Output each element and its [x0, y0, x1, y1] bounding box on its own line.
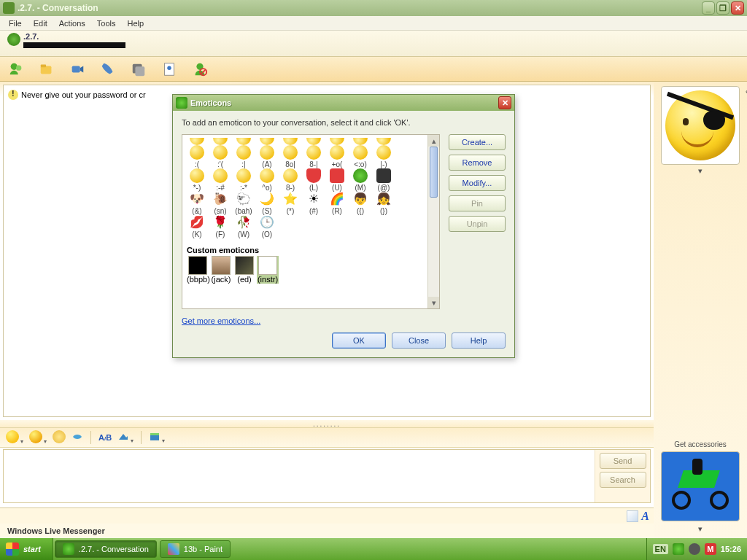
- games-button[interactable]: [159, 59, 179, 79]
- dialog-ok-button[interactable]: OK: [332, 332, 386, 349]
- custom-emoticon-item[interactable]: (bbpb): [187, 256, 209, 284]
- my-picture-menu[interactable]: ▾: [657, 523, 744, 535]
- remove-emoticon-button[interactable]: Remove: [449, 155, 506, 171]
- dialog-title-bar[interactable]: Emoticons ✕: [173, 95, 514, 111]
- emoticon-item[interactable]: +o(: [325, 145, 349, 168]
- emoticon-item[interactable]: 👦({): [349, 192, 372, 215]
- emoticon-item[interactable]: [302, 138, 325, 145]
- minimize-button[interactable]: _: [702, 1, 715, 15]
- emoticon-item[interactable]: :(: [185, 145, 209, 168]
- emoticon-item[interactable]: [325, 138, 349, 145]
- splitter-handle[interactable]: ........: [0, 420, 654, 427]
- search-button[interactable]: Search: [600, 472, 646, 488]
- emoticon-item[interactable]: 💋(K): [185, 215, 209, 238]
- emoticon-item[interactable]: 🕒(O): [255, 215, 279, 238]
- menu-tools[interactable]: Tools: [91, 18, 122, 29]
- emoticon-item[interactable]: (A): [255, 145, 279, 168]
- emoticon-item[interactable]: 🌈(R): [325, 192, 349, 215]
- emoticon-item[interactable]: *-): [185, 168, 209, 192]
- taskbar-item-conversation[interactable]: .2.7. - Conversation: [55, 540, 157, 558]
- emoticon-item[interactable]: [372, 138, 395, 145]
- invite-button[interactable]: [6, 59, 26, 79]
- get-more-emoticons-link[interactable]: Get more emoticons...: [182, 316, 260, 325]
- emoticon-picker-button[interactable]: ▾: [6, 430, 23, 445]
- voice-clip-button[interactable]: [53, 430, 66, 445]
- emoticon-item[interactable]: <:o): [349, 145, 372, 168]
- emoticon-item[interactable]: 👧(}): [372, 192, 395, 215]
- scroll-thumb[interactable]: [430, 147, 438, 198]
- scroll-up-button[interactable]: ▴: [428, 135, 439, 147]
- custom-emoticon-item[interactable]: (instr): [257, 256, 279, 284]
- emoticon-item[interactable]: :-#: [209, 168, 232, 192]
- tray-volume-icon[interactable]: [689, 543, 700, 555]
- emoticon-item[interactable]: (@): [372, 168, 395, 192]
- emoticon-item[interactable]: ☀(#): [302, 192, 325, 215]
- emoticon-item[interactable]: 8-): [279, 168, 302, 192]
- background-button[interactable]: ▾: [117, 431, 133, 444]
- custom-emoticon-item[interactable]: (jack): [210, 256, 232, 284]
- emoticon-item[interactable]: 8-|: [302, 145, 325, 168]
- block-button[interactable]: [190, 59, 210, 79]
- send-file-button[interactable]: [36, 59, 57, 79]
- taskbar-item-paint[interactable]: 13b - Paint: [160, 540, 231, 558]
- display-picture-menu[interactable]: ▾: [657, 165, 744, 177]
- handwriting-tab-icon[interactable]: [627, 510, 638, 522]
- activities-button[interactable]: [128, 59, 149, 79]
- pin-emoticon-button[interactable]: Pin: [449, 195, 506, 211]
- tray-antivirus-icon[interactable]: M: [705, 543, 716, 555]
- clock[interactable]: 15:26: [721, 545, 741, 553]
- video-call-button[interactable]: [67, 59, 88, 79]
- menu-help[interactable]: Help: [121, 18, 150, 29]
- emoticon-item[interactable]: 🐑(bah): [232, 192, 255, 215]
- message-input[interactable]: [4, 450, 595, 502]
- scroll-down-button[interactable]: ▾: [428, 297, 439, 308]
- create-emoticon-button[interactable]: Create...: [449, 134, 506, 150]
- menu-file[interactable]: File: [3, 18, 28, 29]
- emoticon-item[interactable]: [209, 138, 232, 145]
- emoticon-item[interactable]: 🌙(S): [255, 192, 279, 215]
- start-button[interactable]: start: [0, 538, 53, 560]
- emoticon-item[interactable]: [349, 138, 372, 145]
- dialog-help-button[interactable]: Help: [452, 332, 506, 349]
- emoticon-item[interactable]: (M): [349, 168, 372, 192]
- menu-actions[interactable]: Actions: [53, 18, 91, 29]
- emoticon-scrollbar[interactable]: ▴ ▾: [427, 135, 439, 308]
- emoticon-item[interactable]: 🥀(W): [232, 215, 255, 238]
- close-button[interactable]: ✕: [731, 1, 744, 15]
- dialog-close-button[interactable]: ✕: [498, 96, 511, 109]
- maximize-button[interactable]: ❐: [716, 1, 729, 15]
- unpin-emoticon-button[interactable]: Unpin: [449, 216, 506, 232]
- dialog-close-footer-button[interactable]: Close: [392, 332, 446, 349]
- emoticon-item[interactable]: (L): [302, 168, 325, 192]
- my-display-picture[interactable]: [661, 451, 740, 521]
- emoticon-item[interactable]: [279, 138, 302, 145]
- contact-display-picture[interactable]: [661, 86, 740, 165]
- emoticon-item[interactable]: |-): [372, 145, 395, 168]
- emoticon-item[interactable]: ^o): [255, 168, 279, 192]
- emoticon-item[interactable]: ⭐(*): [279, 192, 302, 215]
- emoticon-item[interactable]: 🐌(sn): [209, 192, 232, 215]
- emoticon-list[interactable]: :(:'(:|(A)8o|8-|+o(<:o)|-)*-):-#:-*^o)8-…: [182, 134, 440, 309]
- emoticon-item[interactable]: :'(: [209, 145, 232, 168]
- emoticon-item[interactable]: [255, 138, 279, 145]
- voice-call-button[interactable]: [98, 59, 118, 79]
- language-indicator[interactable]: EN: [653, 544, 668, 554]
- packs-button[interactable]: ▾: [149, 431, 165, 444]
- font-button[interactable]: A/B: [98, 433, 112, 442]
- nudge-button[interactable]: [71, 431, 83, 444]
- modify-emoticon-button[interactable]: Modify...: [449, 175, 506, 191]
- emoticon-item[interactable]: 🐶(&): [185, 192, 209, 215]
- menu-edit[interactable]: Edit: [28, 18, 53, 29]
- text-tab-icon[interactable]: A: [641, 510, 649, 523]
- emoticon-item[interactable]: 8o|: [279, 145, 302, 168]
- emoticon-item[interactable]: :-*: [232, 168, 255, 192]
- emoticon-item[interactable]: (U): [325, 168, 349, 192]
- custom-emoticon-item[interactable]: (ed): [233, 256, 255, 284]
- send-button[interactable]: Send: [600, 453, 646, 469]
- wink-picker-button[interactable]: ▾: [29, 430, 47, 445]
- tray-msn-icon[interactable]: [673, 543, 684, 555]
- emoticon-item[interactable]: [232, 138, 255, 145]
- emoticon-item[interactable]: 🌹(F): [209, 215, 232, 238]
- emoticon-item[interactable]: [185, 138, 209, 145]
- emoticon-item[interactable]: :|: [232, 145, 255, 168]
